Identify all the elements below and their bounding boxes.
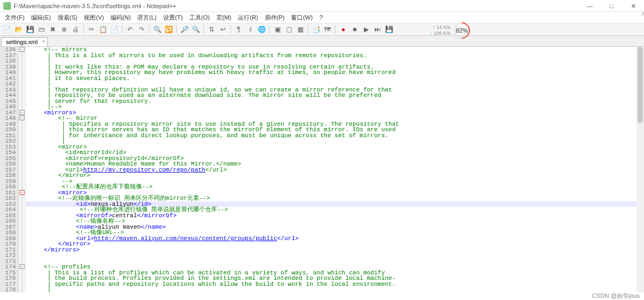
replace-icon[interactable]: 🔁 (164, 25, 174, 34)
file-tab[interactable]: settings.xml (1, 37, 48, 46)
code-line[interactable]: | (29, 138, 644, 144)
download-rate: 105 K/s (430, 30, 450, 36)
menu-item[interactable]: 窗口(W) (288, 13, 316, 23)
menu-item[interactable]: 编辑(E) (28, 13, 54, 23)
fold-gutter[interactable]: −−−−− (18, 47, 26, 292)
speed-widget: 14 K/s 105 K/s 82% (430, 22, 470, 39)
new-file-icon[interactable]: 📄 (2, 25, 12, 34)
menu-item[interactable]: ? (316, 13, 326, 22)
menu-item[interactable]: 运行(R) (234, 13, 261, 23)
code-line[interactable]: | specific paths and repository location… (29, 281, 644, 287)
redo-icon[interactable]: ↷ (137, 25, 146, 34)
code-line[interactable]: | server for that repository. (29, 99, 644, 105)
menu-item[interactable]: 宏(M) (213, 13, 235, 23)
code-line[interactable]: </mirror> (29, 241, 644, 247)
line-number-gutter: 1361371381391401411421431441451461471481… (0, 47, 18, 292)
fold-all-icon[interactable]: ▦ (295, 25, 305, 34)
fold-icon[interactable]: ▣ (273, 25, 282, 34)
play-multi-icon[interactable]: ⏭ (373, 25, 382, 34)
indent-guide-icon[interactable]: ⫴ (245, 25, 255, 34)
upload-rate: 14 K/s (430, 25, 450, 30)
code-line[interactable]: </mirrors> (29, 247, 644, 253)
code-line[interactable]: | (29, 287, 644, 292)
find-icon[interactable]: 🔍 (152, 25, 162, 34)
fold-toggle[interactable]: − (20, 264, 24, 269)
open-file-icon[interactable]: 📂 (14, 25, 23, 34)
unfold-icon[interactable]: ▢ (284, 25, 294, 34)
menu-item[interactable]: 搜索(S) (54, 13, 81, 23)
code-line[interactable]: <!--配置具体的仓库下载镜像--> (29, 184, 644, 190)
close-all-icon[interactable]: ⊗ (59, 25, 69, 34)
menu-item[interactable]: 语言(L) (134, 13, 159, 23)
menu-item[interactable]: 编码(N) (107, 13, 134, 23)
code-line[interactable]: </mirror> (29, 173, 644, 179)
tab-bar: settings.xml (0, 36, 644, 47)
menu-item[interactable]: 插件(P) (262, 13, 288, 23)
speed-circle: 82% (450, 19, 473, 42)
menu-item[interactable]: 设置(T) (160, 13, 186, 23)
close-button[interactable]: ✕ (622, 0, 644, 12)
fold-toggle[interactable]: − (20, 190, 24, 195)
print-icon[interactable]: 🖨 (71, 25, 81, 34)
cut-icon[interactable]: ✂ (86, 25, 96, 34)
play-icon[interactable]: ▶ (361, 25, 371, 34)
menu-item[interactable]: 视图(V) (81, 13, 107, 23)
code-line[interactable]: |--> (29, 104, 644, 110)
zoom-in-icon[interactable]: 🔎 (179, 25, 189, 34)
watermark: CSDN @自学java (592, 292, 640, 300)
doc-map-icon[interactable]: 🗺 (323, 25, 332, 34)
code-line[interactable]: <url>http://maven.aliyun.com/nexus/conte… (29, 236, 644, 242)
close-session-x[interactable]: X (641, 11, 644, 17)
lang-icon[interactable]: 🌐 (257, 25, 267, 34)
wrap-icon[interactable]: ↩ (218, 25, 228, 34)
record-icon[interactable]: ● (338, 25, 348, 34)
undo-icon[interactable]: ↶ (125, 25, 135, 34)
save-all-icon[interactable]: 🗃 (36, 25, 46, 34)
minimize-button[interactable]: — (579, 0, 600, 12)
title-bar: F:\Maven\apache-maven-3.5.3\conf\setting… (0, 0, 644, 12)
vertical-scrollbar[interactable] (636, 47, 644, 292)
code-line[interactable] (29, 253, 644, 259)
copy-icon[interactable]: 📋 (98, 25, 108, 34)
zoom-out-icon[interactable]: 🔍 (191, 25, 201, 34)
code-line[interactable] (29, 259, 644, 265)
show-chars-icon[interactable]: ¶ (234, 25, 244, 34)
func-list-icon[interactable]: 📑 (311, 25, 321, 34)
code-line[interactable]: <mirrors> (29, 110, 644, 116)
sync-scroll-icon[interactable]: ⇅ (207, 25, 216, 34)
menu-item[interactable]: 工具(O) (186, 13, 213, 23)
save-macro-icon[interactable]: 💾 (384, 25, 394, 34)
code-line[interactable]: | for inheritance and direct lookup purp… (29, 133, 644, 139)
close-file-icon[interactable]: ✖ (48, 25, 58, 34)
scrollbar-thumb[interactable] (637, 47, 643, 123)
paste-icon[interactable]: 📄 (109, 25, 119, 34)
window-title: F:\Maven\apache-maven-3.5.3\conf\setting… (14, 3, 176, 9)
menu-bar: 文件(F)编辑(E)搜索(S)视图(V)编码(N)语言(L)设置(T)工具(O)… (0, 12, 644, 23)
fold-toggle[interactable]: − (20, 47, 24, 52)
maximize-button[interactable]: □ (600, 0, 622, 12)
code-area[interactable]: <!-- mirrors | This is a list of mirrors… (26, 47, 644, 292)
app-icon (3, 2, 11, 10)
code-line[interactable]: | This is a list of mirrors to be used i… (29, 53, 644, 59)
menu-item[interactable]: 文件(F) (2, 13, 28, 23)
code-line[interactable]: <url>http://my.repository.com/repo/path<… (29, 167, 644, 173)
code-line[interactable]: | it to several places. (29, 76, 644, 82)
save-icon[interactable]: 💾 (25, 25, 35, 34)
fold-toggle[interactable]: − (20, 115, 24, 120)
stop-icon[interactable]: ■ (350, 25, 360, 34)
editor[interactable]: 1361371381391401411421431441451461471481… (0, 47, 644, 292)
fold-toggle[interactable]: − (20, 110, 24, 115)
toolbar: 📄 📂 💾 🗃 ✖ ⊗ 🖨 ✂ 📋 📄 ↶ ↷ 🔍 🔁 🔎 🔍 ⇅ ↩ ¶ ⫴ … (0, 23, 644, 36)
